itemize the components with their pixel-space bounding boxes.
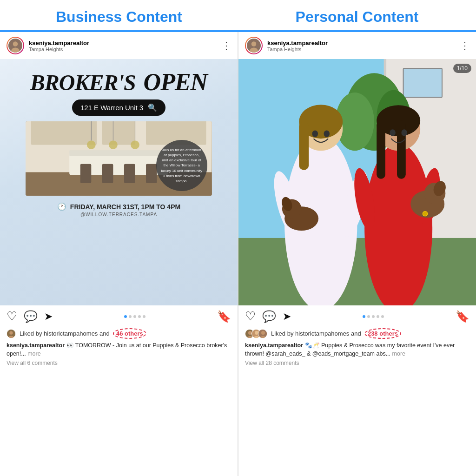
likes-avatars xyxy=(7,329,13,338)
personal-caption: kseniya.tamparealtor 🐾🥂 Puppies & Prosec… xyxy=(238,341,476,360)
broker-title: BROKER'S OPEN xyxy=(30,68,207,96)
svg-point-47 xyxy=(324,130,330,137)
personal-post-info: kseniya.tamparealtor Tampa Heights xyxy=(267,40,456,52)
svg-rect-5 xyxy=(31,121,97,145)
address-bar: 121 E Warren Unit 3 🔍 xyxy=(72,99,165,116)
personal-avatar-inner xyxy=(246,38,262,53)
personal-dot-2 xyxy=(367,315,370,318)
personal-dot-3 xyxy=(372,315,375,318)
personal-likes-row: Liked by historictampahomes and 238 othe… xyxy=(238,327,476,341)
event-date: FRIDAY, MARCH 31ST, 1PM TO 4PM xyxy=(70,203,180,211)
dot-3 xyxy=(133,315,136,318)
business-post-image: BROKER'S OPEN 121 E Warren Unit 3 🔍 xyxy=(0,59,238,305)
svg-rect-39 xyxy=(299,122,309,170)
dots-indicator xyxy=(59,315,211,318)
svg-rect-29 xyxy=(403,68,442,98)
svg-point-68 xyxy=(261,331,265,335)
svg-point-14 xyxy=(87,140,96,149)
likes-prefix: Liked by historictampahomes and xyxy=(20,330,110,337)
main-content: kseniya.tamparealtor Tampa Heights ⋮ BRO… xyxy=(0,31,476,476)
share-button[interactable]: ➤ xyxy=(44,311,53,323)
personal-dots-indicator xyxy=(298,315,449,318)
dot-2 xyxy=(129,315,132,318)
like-avatar-1 xyxy=(7,329,16,338)
dot-1 xyxy=(124,315,127,318)
svg-rect-6 xyxy=(102,121,135,145)
personal-post-image: 1/10 xyxy=(238,59,476,305)
svg-point-21 xyxy=(9,331,13,334)
svg-point-15 xyxy=(109,140,118,149)
personal-likes-avatars xyxy=(245,329,264,338)
business-location: Tampa Heights xyxy=(29,46,217,52)
bookmark-button[interactable]: 🔖 xyxy=(217,310,231,323)
business-post-info: kseniya.tamparealtor Tampa Heights xyxy=(29,40,217,52)
svg-point-46 xyxy=(312,130,318,137)
personal-panel: kseniya.tamparealtor Tampa Heights ⋮ xyxy=(238,32,476,476)
image-counter: 1/10 xyxy=(453,64,471,73)
caption-emoji: 👀 xyxy=(66,342,74,349)
like-button[interactable]: ♡ xyxy=(7,309,17,324)
personal-dot-4 xyxy=(377,315,379,318)
personal-likes-count: 238 others xyxy=(364,328,401,339)
svg-point-24 xyxy=(251,41,257,46)
svg-point-60 xyxy=(423,212,427,216)
personal-comment-button[interactable]: 💬 xyxy=(262,310,276,323)
svg-rect-9 xyxy=(70,150,168,156)
personal-post-header: kseniya.tamparealtor Tampa Heights ⋮ xyxy=(238,32,476,59)
svg-point-59 xyxy=(401,129,407,136)
caption-username: kseniya.tamparealtor xyxy=(7,342,65,349)
personal-likes-prefix: Liked by historictampahomes and xyxy=(271,330,361,337)
personal-caption-more[interactable]: more xyxy=(392,350,405,357)
header-left: Business Content xyxy=(0,8,238,26)
caption-more[interactable]: more xyxy=(27,350,40,357)
comment-button[interactable]: 💬 xyxy=(24,310,38,323)
svg-rect-34 xyxy=(238,238,476,305)
svg-rect-13 xyxy=(146,164,157,183)
business-view-comments[interactable]: View all 6 comments xyxy=(0,360,238,369)
business-caption: kseniya.tamparealtor 👀 TOMORROW - Join u… xyxy=(0,341,238,360)
header-right: Personal Content xyxy=(238,8,476,26)
personal-post: kseniya.tamparealtor Tampa Heights ⋮ xyxy=(238,32,476,476)
interior-photo: Join us for an afternoon of puppies, Pro… xyxy=(26,121,212,196)
svg-point-16 xyxy=(131,140,139,149)
personal-avatar xyxy=(245,37,263,54)
personal-share-button[interactable]: ➤ xyxy=(283,311,291,323)
personal-caption-emoji: 🐾🥂 xyxy=(305,342,320,349)
business-avatar xyxy=(7,37,24,54)
broker-title-1: BROKER'S xyxy=(30,70,136,95)
personal-view-comments[interactable]: View all 28 comments xyxy=(238,360,476,369)
business-post-more[interactable]: ⋮ xyxy=(222,40,231,51)
svg-rect-11 xyxy=(102,164,113,183)
svg-rect-12 xyxy=(124,164,135,183)
broker-title-2: OPEN xyxy=(144,69,208,95)
personal-photo: 1/10 xyxy=(238,59,476,305)
personal-likes-text: Liked by historictampahomes and 238 othe… xyxy=(271,328,401,339)
likes-text: Liked by historictampahomes and 46 other… xyxy=(20,328,146,339)
personal-post-more[interactable]: ⋮ xyxy=(460,40,469,51)
business-post-actions: ♡ 💬 ➤ 🔖 xyxy=(0,305,238,327)
svg-rect-52 xyxy=(397,121,406,179)
dot-5 xyxy=(143,315,145,318)
business-post: kseniya.tamparealtor Tampa Heights ⋮ BRO… xyxy=(0,32,238,476)
svg-rect-10 xyxy=(80,164,92,183)
header: Business Content Personal Content xyxy=(0,0,476,31)
business-post-header: kseniya.tamparealtor Tampa Heights ⋮ xyxy=(0,32,238,59)
personal-post-actions: ♡ 💬 ➤ 🔖 xyxy=(238,305,476,327)
personal-bookmark-button[interactable]: 🔖 xyxy=(456,310,469,323)
personal-like-button[interactable]: ♡ xyxy=(245,309,256,324)
personal-caption-username: kseniya.tamparealtor xyxy=(245,342,303,349)
event-info: 🕐 FRIDAY, MARCH 31ST, 1PM TO 4PM xyxy=(57,202,180,211)
address-text: 121 E Warren Unit 3 xyxy=(80,104,143,112)
business-content-title: Business Content xyxy=(56,8,182,26)
svg-rect-51 xyxy=(377,121,385,179)
event-handle: @WILLOW.TERRACES.TAMPA xyxy=(80,212,157,217)
personal-dot-1 xyxy=(363,315,365,318)
event-overlay-circle: Join us for an afternoon of puppies, Pro… xyxy=(156,140,207,191)
business-panel: kseniya.tamparealtor Tampa Heights ⋮ BRO… xyxy=(0,32,238,476)
svg-point-58 xyxy=(390,129,396,136)
likes-count: 46 others xyxy=(113,328,146,339)
personal-content-title: Personal Content xyxy=(296,8,419,26)
broker-open-graphic: BROKER'S OPEN 121 E Warren Unit 3 🔍 xyxy=(0,59,238,305)
business-likes-row: Liked by historictampahomes and 46 other… xyxy=(0,327,238,341)
dot-4 xyxy=(138,315,141,318)
